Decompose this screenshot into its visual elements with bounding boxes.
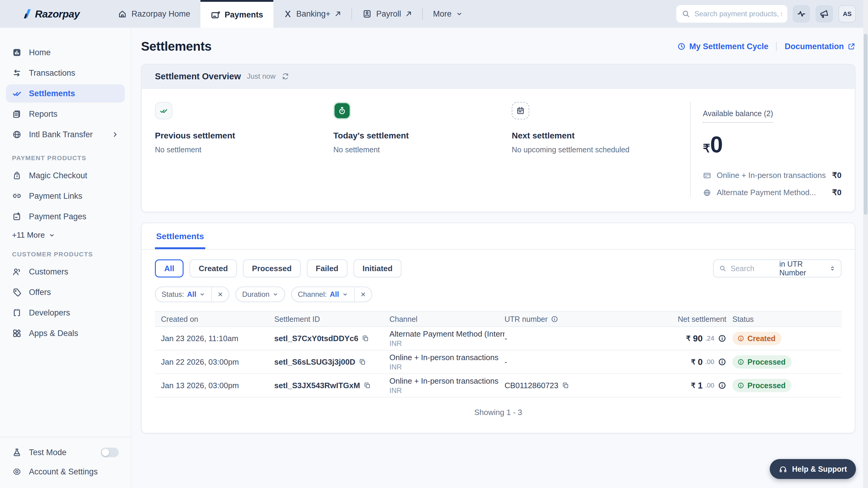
utr-search-input[interactable]: [731, 264, 775, 273]
nav-right: AS: [676, 0, 856, 28]
close-icon: [217, 291, 223, 297]
sidebar-item-magic-checkout[interactable]: Magic Checkout: [6, 167, 125, 184]
filters-row: All Created Processed Failed Initiated i…: [142, 250, 855, 278]
copy-icon[interactable]: [359, 358, 366, 366]
tab-more[interactable]: More: [423, 0, 473, 28]
razorpay-dashboard: Razorpay Razorpay Home Payments Banking+: [0, 0, 868, 488]
sidebar-item-transactions[interactable]: Transactions: [6, 64, 125, 82]
sidebar-item-account-settings[interactable]: Account & Settings: [6, 463, 125, 481]
tab-label: Payroll: [376, 9, 401, 19]
col-channel: Channel: [390, 315, 504, 324]
page-header: Settlements My Settlement Cycle Document…: [141, 37, 855, 56]
channel-name: Online + In-person transactions: [390, 353, 504, 362]
status-info-icon: [737, 335, 744, 342]
chip-channel[interactable]: Channel: All: [291, 287, 372, 302]
refresh-button[interactable]: [281, 73, 289, 80]
copy-icon[interactable]: [364, 382, 371, 389]
status-badge: Created: [733, 332, 781, 345]
chip-duration[interactable]: Duration: [236, 287, 285, 302]
filter-failed[interactable]: Failed: [307, 259, 347, 278]
sidebar-item-developers[interactable]: Developers: [6, 304, 125, 322]
cell-status: Processed: [726, 355, 841, 369]
tab-razorpay-home[interactable]: Razorpay Home: [107, 0, 200, 28]
amount-paise: .00: [705, 358, 714, 366]
avatar[interactable]: AS: [838, 5, 856, 23]
sidebar-item-settlements[interactable]: Settlements: [6, 84, 125, 103]
sidebar-item-home[interactable]: Home: [6, 44, 125, 61]
previous-settlement-title: Previous settlement: [155, 131, 333, 141]
global-search-input[interactable]: [694, 10, 782, 18]
filter-initiated[interactable]: Initiated: [353, 259, 402, 278]
filter-all[interactable]: All: [155, 259, 184, 278]
link-label: My Settlement Cycle: [689, 42, 769, 51]
table-header: Created on Settlement ID Channel UTR num…: [155, 311, 841, 327]
sidebar-item-customers[interactable]: Customers: [6, 263, 125, 281]
chip-status-clear[interactable]: [212, 291, 229, 297]
settlement-id: setl_S7CxY0tsdDDYc6: [274, 334, 358, 343]
settlement-overview-card: Settlement Overview Just now: [141, 64, 855, 212]
available-balance-panel: Available balance (2) ₹ 0 Online + In-pe…: [690, 102, 843, 197]
table-row[interactable]: Jan 23 2026, 11:10am setl_S7CxY0tsdDDYc6…: [155, 327, 841, 350]
status-label: Created: [747, 334, 775, 343]
settlements-table: Created on Settlement ID Channel UTR num…: [155, 311, 841, 417]
sidebar-item-label: Payment Links: [29, 192, 82, 201]
chip-label: Status:: [161, 290, 184, 298]
table-row[interactable]: Jan 22 2026, 03:00pm setl_S6sLSUG3j3j00D…: [155, 350, 841, 374]
table-row[interactable]: Jan 13 2026, 03:00pm setl_S3JX543RwITGxM…: [155, 374, 841, 398]
sidebar-item-reports[interactable]: Reports: [6, 105, 125, 123]
tab-label: More: [433, 9, 452, 19]
pulse-icon: [797, 9, 806, 19]
info-icon[interactable]: [551, 315, 558, 323]
sidebar-more-toggle[interactable]: +11 More: [0, 227, 131, 241]
razorpay-logo[interactable]: Razorpay: [23, 0, 80, 28]
my-settlement-cycle-link[interactable]: My Settlement Cycle: [677, 42, 769, 51]
help-support-button[interactable]: Help & Support: [770, 459, 856, 479]
channel-name: Alternate Payment Method (Interna: [390, 329, 504, 339]
test-mode-toggle[interactable]: [101, 448, 119, 457]
status-badge: Processed: [733, 355, 792, 369]
sidebar-item-label: Developers: [29, 308, 70, 318]
tab-settlements[interactable]: Settlements: [155, 223, 205, 249]
filter-processed[interactable]: Processed: [243, 259, 301, 278]
info-icon[interactable]: [718, 381, 726, 390]
filter-created[interactable]: Created: [190, 259, 237, 278]
sidebar-item-label: Apps & Deals: [29, 329, 79, 338]
sidebar-item-payment-links[interactable]: Payment Links: [6, 187, 125, 205]
todays-settlement-card: Today's settlement No settlement: [333, 102, 512, 197]
cell-created-on: Jan 23 2026, 11:10am: [155, 334, 274, 343]
tab-payments[interactable]: Payments: [200, 0, 273, 28]
cell-net-settlement: ₹1.00: [613, 381, 726, 391]
activity-button[interactable]: [793, 5, 810, 23]
link-separator: [776, 41, 777, 51]
scrollbar-thumb[interactable]: [864, 34, 867, 215]
chevron-down-icon: [199, 291, 205, 297]
global-search[interactable]: [676, 5, 787, 23]
next-settlement-card: Next settlement No upcoming settlement s…: [512, 102, 690, 197]
available-balance-label[interactable]: Available balance (2): [703, 109, 773, 123]
scrollbar[interactable]: [863, 0, 868, 488]
sidebar-item-intl-bank-transfer[interactable]: Intl Bank Transfer: [6, 125, 125, 144]
copy-icon[interactable]: [362, 335, 369, 342]
payments-icon: [211, 10, 220, 20]
announcements-button[interactable]: [815, 5, 833, 23]
sidebar-item-apps-deals[interactable]: Apps & Deals: [6, 324, 125, 342]
overview-header: Settlement Overview Just now: [142, 64, 855, 89]
overview-body: Previous settlement No settlement Today'…: [142, 89, 855, 212]
copy-icon[interactable]: [562, 382, 569, 389]
balance-row-apm: Alternate Payment Method... ₹0: [703, 188, 841, 197]
rupee-symbol: ₹: [703, 142, 710, 155]
cell-created-on: Jan 13 2026, 03:00pm: [155, 381, 274, 390]
utr-value: -: [504, 334, 507, 343]
tab-payroll[interactable]: Payroll: [352, 0, 422, 28]
tab-banking[interactable]: Banking+: [273, 0, 351, 28]
search-scope-select[interactable]: in UTR Number: [779, 260, 835, 277]
flask-icon: [12, 448, 22, 457]
info-icon[interactable]: [718, 358, 726, 366]
tab-label: Banking+: [296, 9, 330, 19]
chip-channel-clear[interactable]: [355, 291, 372, 297]
documentation-link[interactable]: Documentation: [784, 42, 855, 51]
info-icon[interactable]: [718, 334, 726, 343]
sidebar-item-payment-pages[interactable]: Payment Pages: [6, 207, 125, 226]
sidebar-item-offers[interactable]: Offers: [6, 283, 125, 301]
chip-status[interactable]: Status: All: [155, 287, 229, 302]
